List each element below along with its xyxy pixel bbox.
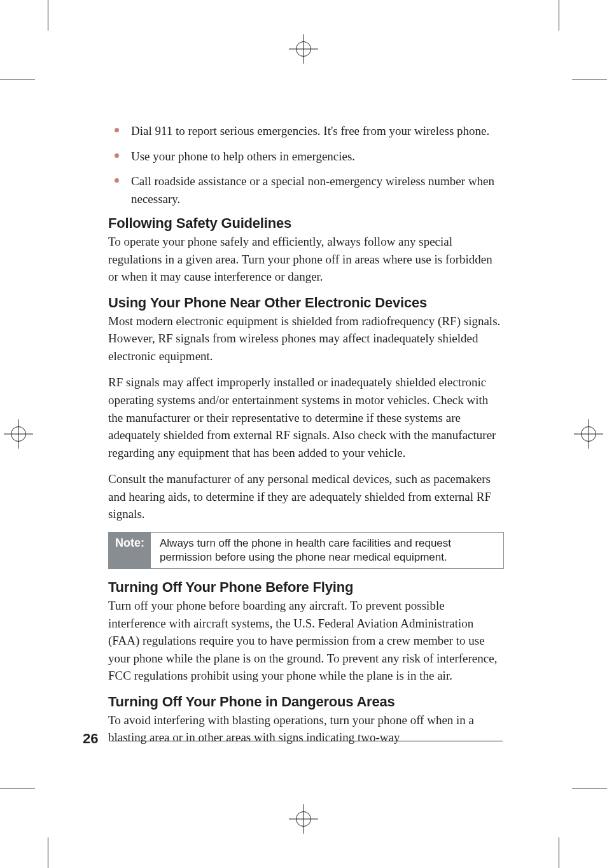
crop-mark — [48, 0, 48, 31]
footer-rule — [111, 741, 503, 742]
body-text: RF signals may affect improperly install… — [108, 374, 503, 461]
page: Dial 911 to report serious emergencies. … — [0, 0, 607, 868]
list-item: Use your phone to help others in emergen… — [108, 148, 503, 165]
heading-near-electronics: Using Your Phone Near Other Electronic D… — [108, 295, 503, 311]
crop-mark — [0, 788, 35, 788]
page-footer: 26 — [83, 731, 503, 747]
heading-dangerous: Turning Off Your Phone in Dangerous Area… — [108, 694, 503, 710]
registration-mark-icon — [574, 419, 603, 449]
body-text: Turn off your phone before boarding any … — [108, 597, 503, 685]
crop-mark — [48, 837, 48, 868]
page-number: 26 — [83, 731, 98, 746]
body-text: To operate your phone safely and efficie… — [108, 233, 503, 286]
content-area: Dial 911 to report serious emergencies. … — [108, 122, 503, 746]
registration-mark-icon — [4, 419, 33, 449]
bullet-icon — [115, 153, 119, 158]
body-text: Consult the manufacturer of any personal… — [108, 470, 503, 523]
bullet-list: Dial 911 to report serious emergencies. … — [108, 122, 503, 207]
crop-mark — [0, 80, 35, 80]
crop-mark — [572, 80, 607, 80]
list-item: Call roadside assistance or a special no… — [108, 172, 503, 207]
note-text: Always turn off the phone in health care… — [151, 533, 503, 568]
bullet-text: Dial 911 to report serious emergencies. … — [131, 124, 489, 137]
crop-mark — [559, 0, 559, 31]
crop-mark — [572, 788, 607, 788]
heading-flying: Turning Off Your Phone Before Flying — [108, 579, 503, 596]
crop-mark — [559, 837, 559, 868]
registration-mark-icon — [289, 804, 318, 834]
list-item: Dial 911 to report serious emergencies. … — [108, 122, 503, 140]
body-text: Most modern electronic equipment is shie… — [108, 312, 503, 365]
bullet-text: Use your phone to help others in emergen… — [131, 150, 355, 163]
note-box: Note: Always turn off the phone in healt… — [108, 532, 504, 569]
bullet-text: Call roadside assistance or a special no… — [131, 174, 494, 206]
note-label: Note: — [109, 533, 151, 568]
heading-following-guidelines: Following Safety Guidelines — [108, 215, 503, 232]
registration-mark-icon — [289, 34, 318, 64]
bullet-icon — [115, 128, 119, 132]
bullet-icon — [115, 178, 119, 183]
